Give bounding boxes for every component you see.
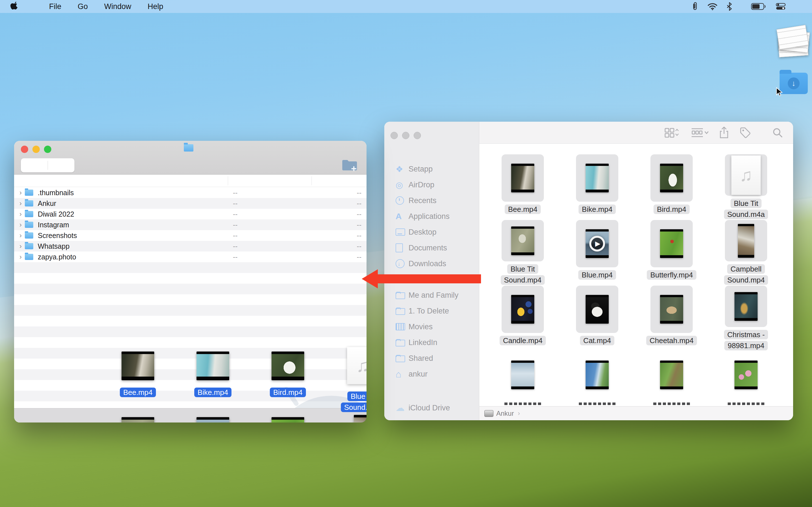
disclosure-chevron-icon[interactable]: › — [16, 221, 25, 229]
video-thumbnail — [586, 295, 609, 324]
dragged-file-item[interactable]: Bird.mp4 — [250, 351, 325, 417]
folder-row[interactable]: › Ankur -- -- — [14, 198, 366, 209]
new-folder-button[interactable] — [341, 157, 359, 173]
file-item[interactable] — [709, 351, 783, 406]
dragged-file-item[interactable]: Blue.mp4 12 — [175, 417, 250, 422]
dragged-file-item[interactable]: Campbell Sound.mp4 — [325, 417, 366, 422]
disclosure-chevron-icon[interactable]: › — [16, 210, 25, 218]
sidebar-item[interactable]: Shared — [384, 350, 479, 366]
view-options-icon[interactable] — [665, 127, 680, 138]
file-item[interactable]: Blue Tit Sound.mp4 — [486, 220, 560, 286]
folder-row[interactable]: › Whatsapp -- -- — [14, 241, 366, 251]
desktop-icon-downloads[interactable]: ↓ — [770, 73, 812, 97]
sidebar-item-icon — [396, 180, 409, 190]
disclosure-chevron-icon[interactable]: › — [16, 242, 25, 250]
battery-app-paperclip-icon[interactable] — [692, 2, 698, 11]
dragged-file-item[interactable]: Bee.mp4 — [100, 351, 175, 417]
disclosure-chevron-icon[interactable]: › — [16, 253, 25, 261]
desktop-icon-screenshots[interactable] — [770, 25, 812, 61]
video-thumbnail — [660, 295, 683, 324]
path-item[interactable]: Ankur › — [485, 409, 521, 417]
audio-file-icon: ♫ — [731, 156, 761, 195]
bluetooth-icon[interactable] — [727, 2, 732, 11]
folder-name: Ankur — [38, 200, 56, 208]
sidebar-item[interactable]: 1. To Delete — [384, 303, 479, 319]
selection-plate — [651, 154, 693, 202]
file-item[interactable]: ▶ Blue.mp4 — [560, 220, 635, 286]
play-button-overlay[interactable]: ▶ — [589, 236, 605, 251]
folder-row[interactable]: › .thumbnails -- -- — [14, 187, 366, 198]
wifi-icon[interactable] — [708, 3, 717, 10]
video-thumbnail — [511, 226, 534, 255]
sidebar-item[interactable]: Documents — [384, 240, 479, 256]
file-label: Cat.mp4 — [580, 336, 614, 345]
menu-item[interactable]: Help — [148, 2, 163, 11]
menu-item[interactable]: Window — [104, 2, 132, 11]
folder-row[interactable]: › Screenshots -- -- — [14, 230, 366, 241]
search-icon[interactable] — [772, 127, 783, 138]
control-center-icon[interactable] — [775, 3, 786, 10]
video-thumbnail — [197, 351, 229, 380]
sidebar-item[interactable]: Applications — [384, 209, 479, 224]
folder-row[interactable]: › Diwali 2022 -- -- — [14, 209, 366, 219]
folder-row[interactable]: › zapya.photo -- -- — [14, 251, 366, 262]
disclosure-chevron-icon[interactable]: › — [16, 189, 25, 196]
minimize-button[interactable] — [402, 132, 409, 139]
menu-item[interactable]: Go — [78, 2, 88, 11]
sidebar-item[interactable]: Me and Family — [384, 287, 479, 303]
file-item[interactable]: ♫ Blue Tit Sound.m4a — [709, 154, 783, 220]
selection-plate — [502, 351, 544, 399]
sidebar-item[interactable]: Recents — [384, 193, 479, 209]
file-item[interactable]: Cat.mp4 — [560, 286, 635, 351]
file-item[interactable] — [486, 351, 560, 406]
sidebar-item[interactable]: Setapp — [384, 161, 479, 177]
sidebar-item-icon — [396, 339, 409, 346]
sidebar-item[interactable]: Movies — [384, 319, 479, 335]
video-thumbnail — [586, 164, 609, 192]
file-item[interactable]: Candle.mp4 — [486, 286, 560, 351]
battery-icon[interactable] — [751, 3, 766, 10]
group-by-icon[interactable] — [691, 127, 709, 138]
icloud-list: iCloud Drive — [384, 400, 479, 416]
sidebar-item[interactable]: AirDrop — [384, 177, 479, 193]
sidebar-item[interactable]: LinkedIn — [384, 335, 479, 350]
share-icon[interactable] — [719, 127, 729, 138]
close-button[interactable] — [391, 132, 398, 139]
file-item[interactable]: Campbell Sound.mp4 — [709, 220, 783, 286]
file-item[interactable]: Bike.mp4 — [560, 154, 635, 220]
sidebar-item[interactable]: Desktop — [384, 224, 479, 240]
file-item[interactable]: Cheetah.mp4 — [635, 286, 709, 351]
disclosure-chevron-icon[interactable]: › — [16, 231, 25, 239]
sidebar-item-label: Recents — [409, 196, 437, 205]
tag-icon[interactable] — [740, 127, 751, 138]
folder-icon — [184, 144, 193, 152]
video-thumbnail — [271, 417, 304, 422]
file-item[interactable] — [635, 351, 709, 406]
apple-menu-icon[interactable] — [10, 2, 18, 11]
file-item[interactable]: Christmas - 98981.mp4 — [709, 286, 783, 351]
file-item[interactable]: Butterfly.mp4 — [635, 220, 709, 286]
aft-folder-rows: › .thumbnails -- -- › Ankur -- -- › Diwa… — [14, 187, 366, 262]
sidebar-item[interactable]: iCloud Drive — [384, 400, 479, 416]
file-item[interactable]: Bee.mp4 — [486, 154, 560, 220]
dragged-file-item[interactable]: Bike.mp4 — [175, 351, 250, 417]
disclosure-chevron-icon[interactable]: › — [16, 200, 25, 207]
sidebar-item-icon — [396, 228, 409, 236]
file-item[interactable]: Bird.mp4 — [635, 154, 709, 220]
video-thumbnail — [660, 229, 683, 258]
sidebar-item[interactable]: ankur — [384, 366, 479, 382]
dragged-file-item[interactable]: ♫ Blue Tit Sound.m4a — [325, 351, 366, 417]
dragged-file-item[interactable]: Butterfly.mp4 — [250, 417, 325, 422]
folder-row[interactable]: › Instagram -- -- — [14, 219, 366, 230]
downloads-folder-icon: ↓ — [779, 73, 808, 94]
file-label: Bike.mp4 — [194, 388, 232, 397]
file-label: Blue Tit Sound.m4a — [724, 199, 768, 219]
path-item-label: Ankur — [496, 409, 514, 417]
file-item[interactable] — [560, 351, 635, 406]
dragged-file-item[interactable]: Blue Tit Sound.mp4 — [100, 417, 175, 422]
aft-column-headers — [14, 175, 366, 187]
menu-item[interactable]: File — [49, 2, 61, 11]
folder-modified: -- — [233, 210, 238, 218]
sidebar-item-label: 1. To Delete — [409, 307, 449, 316]
zoom-button[interactable] — [414, 132, 421, 139]
